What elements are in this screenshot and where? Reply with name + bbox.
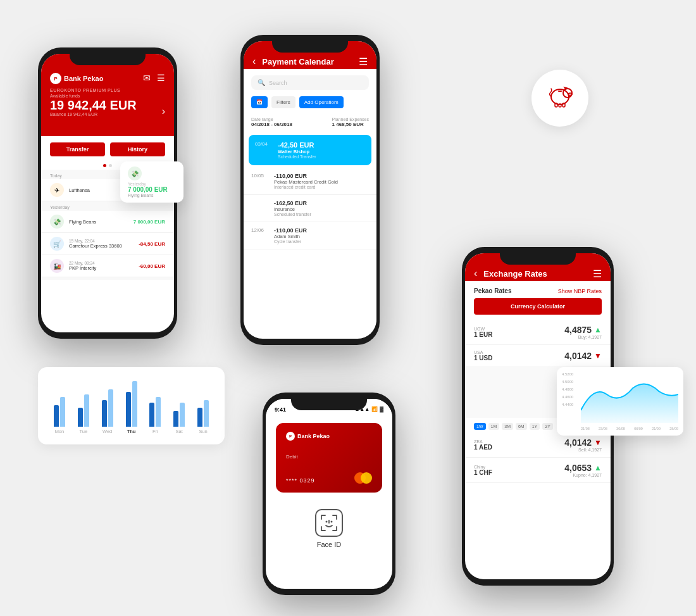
payment-entry-3[interactable]: -162,50 EUR Insurance Scheduled transfer <box>244 195 376 222</box>
transfer-button[interactable]: Transfer <box>50 142 105 156</box>
calendar-menu-icon[interactable]: ☰ <box>359 56 368 68</box>
chf-rate-trend: 4,0653 ▲ <box>564 463 602 473</box>
txn-date-4: 22 May, 08:24 <box>69 261 134 265</box>
phone-notch-1 <box>70 47 146 65</box>
menu-icon[interactable]: ☰ <box>157 73 165 83</box>
eur-buy-rate: Buy: 4,1927 <box>564 335 602 339</box>
faceid-area[interactable]: Face ID <box>266 499 392 555</box>
aed-sub: Sell: 4,1927 <box>564 448 602 452</box>
x-label-1: 21/08 <box>581 427 590 431</box>
faceid-icon[interactable] <box>315 509 343 537</box>
svg-point-10 <box>331 521 333 523</box>
float-icon: 💸 <box>128 167 142 180</box>
exchange-tabs: Pekao Rates Show NBP Rates <box>465 281 611 298</box>
phone-notch-4 <box>500 247 576 265</box>
history-button[interactable]: History <box>110 142 165 156</box>
calendar-view-btn[interactable]: 📅 <box>251 96 268 108</box>
float-date: Yesterday <box>128 182 176 186</box>
balance-amount: 19 942,44 EUR <box>50 98 165 112</box>
account-type: Eurokonto Premium Plus <box>50 88 165 92</box>
entry2-type: Interlaced credit card <box>274 185 369 189</box>
bar-group-thu: Thu <box>121 381 142 434</box>
txn-details-3: 15 May, 22:04 Carrefour Express 33600 <box>69 239 134 249</box>
payment-entry-2[interactable]: 10/05 -110,00 EUR Pekao Mastercard Credi… <box>244 168 376 195</box>
bar-label-wed: Wed <box>103 429 112 434</box>
pekao-rates-tab[interactable]: Pekao Rates <box>474 287 511 294</box>
x-label-4: 06/09 <box>634 427 643 431</box>
bar-pair <box>78 394 89 427</box>
x-label-3: 30/08 <box>616 427 625 431</box>
time-btn-1m[interactable]: 1M <box>488 423 500 430</box>
bar-group-sat: Sat <box>169 403 189 434</box>
chf-rate: 4,0653 <box>564 463 592 473</box>
phone-screen-2: ‹ Payment Calendar ☰ 🔍 Search 📅 Filters … <box>244 41 376 339</box>
phone-payment-calendar: ‹ Payment Calendar ☰ 🔍 Search 📅 Filters … <box>240 35 380 345</box>
nbp-rates-link[interactable]: Show NBP Rates <box>558 288 602 294</box>
eur-rate-trend: 4,4875 ▲ <box>564 325 602 335</box>
chf-trend-up-icon: ▲ <box>594 463 602 472</box>
payment-entry-4[interactable]: 12/06 -110,00 EUR Adam Smith Cycle trans… <box>244 222 376 249</box>
payment-calendar-title: Payment Calendar <box>262 57 352 66</box>
txn-name-2: Flying Beans <box>69 219 128 225</box>
chf-sub: Kupno: 4,1927 <box>564 473 602 477</box>
search-bar[interactable]: 🔍 Search <box>251 75 369 90</box>
card-logo-symbol: P <box>286 432 295 441</box>
txn-amount-4: -60,00 EUR <box>139 263 165 269</box>
bar-dark-fri <box>149 403 154 427</box>
status-time: 9:41 <box>275 406 286 413</box>
entry1-date: 03/04 <box>255 141 273 147</box>
svg-rect-6 <box>559 104 561 107</box>
filters-btn[interactable]: Filters <box>271 96 295 108</box>
entry2-details: -110,00 EUR Pekao Mastercard Credit Gold… <box>274 173 369 189</box>
txn-details-2: Flying Beans <box>69 219 128 225</box>
y-label-5: 4.4400 <box>562 403 573 406</box>
bar-pair <box>149 397 161 427</box>
bar-light-sun <box>204 400 209 427</box>
transaction-row-4: 🚂 22 May, 08:24 PKP Intercity -60,00 EUR <box>41 255 174 277</box>
bar-dark-sat <box>173 411 178 427</box>
currency-calculator-btn[interactable]: Currency Calculator <box>474 298 602 315</box>
chf-currency-info: Chiny 1 CHF <box>474 465 564 476</box>
time-btn-6m[interactable]: 6M <box>516 423 527 430</box>
bar-group-sun: Sun <box>193 400 213 435</box>
eur-pair: 1 EUR <box>474 331 564 338</box>
time-btn-1w[interactable]: 1W <box>474 423 486 430</box>
date-range-value: 04/2018 - 06/2018 <box>251 122 292 127</box>
usd-pair: 1 USD <box>474 355 564 361</box>
phone1-header: P Bank Pekao ✉ ☰ Eurokonto Premium Plus … <box>41 54 174 136</box>
time-btn-3m[interactable]: 3M <box>502 423 513 430</box>
add-operation-btn[interactable]: Add Operatiom <box>299 96 344 108</box>
chf-pair: 1 CHF <box>474 469 564 476</box>
time-btn-2y[interactable]: 2Y <box>542 423 553 430</box>
payment-entry-highlighted[interactable]: 03/04 -42,50 EUR Walter Bishop Scheduled… <box>249 135 371 165</box>
exchange-rates-title: Exchange Rates <box>483 269 587 279</box>
chevron-right-icon[interactable]: › <box>162 106 165 117</box>
svg-point-4 <box>570 94 571 94</box>
entry2-amount: -110,00 EUR <box>274 173 369 179</box>
usd-trend-down-icon: ▼ <box>594 351 602 360</box>
x-label-6: 28/09 <box>669 427 678 431</box>
planned-label: Planned Expenses <box>332 117 369 122</box>
bar-light-mon <box>60 397 65 427</box>
entry3-amount: -162,50 EUR <box>274 200 369 206</box>
txn-icon-3: 🛒 <box>50 237 64 251</box>
bar-label-thu: Thu <box>127 429 136 434</box>
wifi-icon: 📶 <box>371 406 378 412</box>
entry1-amount: -42,50 EUR <box>278 141 365 149</box>
action-buttons: Transfer History <box>41 136 174 161</box>
available-label: Available funds <box>50 94 165 98</box>
exchange-menu-icon[interactable]: ☰ <box>593 268 602 280</box>
card-type-label: Debit <box>286 454 372 460</box>
time-btn-1y[interactable]: 1Y <box>530 423 540 430</box>
search-placeholder: Search <box>269 80 287 86</box>
aed-pair: 1 AED <box>474 444 564 451</box>
bar-label-sat: Sat <box>176 429 183 434</box>
bar-label-mon: Mon <box>55 429 65 434</box>
dot-1 <box>103 164 106 167</box>
notification-icon[interactable]: ✉ <box>143 73 151 83</box>
phone-notch-2 <box>272 35 348 53</box>
bar-chart: MonTueWedThuFriSatSun <box>49 377 213 434</box>
bar-group-wed: Wed <box>97 389 118 435</box>
exchange-back-icon[interactable]: ‹ <box>474 268 477 279</box>
back-icon[interactable]: ‹ <box>252 56 256 67</box>
